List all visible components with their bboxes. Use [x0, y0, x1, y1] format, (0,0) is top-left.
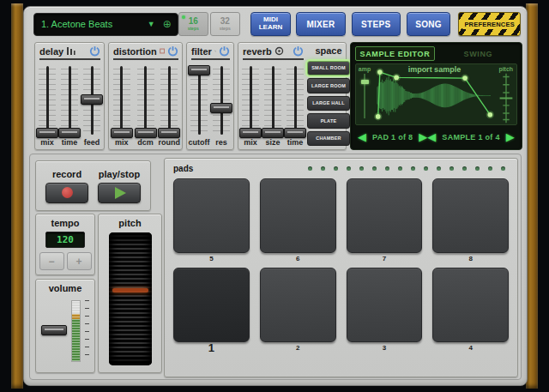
pad-6-number: 6 — [260, 253, 336, 264]
reverb-header: reverb — [243, 45, 304, 60]
preset-dropdown-icon[interactable]: ▼ — [148, 20, 163, 28]
pad-step-led — [308, 166, 312, 171]
slider-handle[interactable] — [210, 103, 232, 113]
steps-16-button[interactable]: 16 steps — [178, 12, 208, 36]
filter-power-icon[interactable] — [219, 45, 230, 57]
distortion-round-slider[interactable] — [158, 63, 180, 137]
import-sample-label[interactable]: import sample — [373, 65, 496, 74]
slider-label: mix — [40, 137, 54, 148]
pad-8[interactable] — [432, 178, 509, 253]
tempo-plus-button[interactable]: + — [67, 252, 92, 270]
amp-slider[interactable] — [361, 74, 369, 118]
midi-learn-button[interactable]: MIDI LEARN — [250, 12, 292, 36]
slider-handle[interactable] — [158, 128, 180, 138]
pad-1-number: 1 — [173, 342, 250, 353]
space-chamber-button[interactable]: CHAMBER — [307, 131, 350, 146]
pad-prev-icon[interactable]: ◀ — [358, 131, 366, 142]
steps-32-label: steps — [220, 27, 231, 31]
pitch-ruler[interactable] — [498, 72, 514, 124]
distortion-dcm-slider[interactable] — [135, 63, 157, 137]
steps-button[interactable]: STEPS — [352, 12, 401, 36]
slider-handle[interactable] — [135, 128, 157, 138]
pad-3-number: 3 — [347, 342, 423, 353]
space-large-room-button[interactable]: LARGE ROOM — [307, 78, 350, 93]
pad-7[interactable] — [347, 178, 423, 253]
pad-next-icon[interactable]: ▶ — [419, 131, 427, 142]
envelope-node[interactable] — [487, 112, 492, 118]
record-button[interactable] — [45, 183, 88, 203]
slider-handle[interactable] — [111, 128, 133, 138]
delay-mix-slider[interactable] — [36, 63, 58, 137]
slider-track — [168, 66, 171, 135]
space-plate-button[interactable]: PLATE — [307, 113, 350, 128]
slider-track — [198, 66, 201, 135]
slider-handle[interactable] — [41, 325, 67, 335]
space-large-hall-button[interactable]: LARGE HALL — [307, 96, 350, 111]
slider-handle[interactable] — [284, 128, 306, 138]
mixer-button[interactable]: MIXER — [296, 12, 345, 36]
slider-label: cutoff — [189, 137, 210, 148]
echo-bars-icon — [66, 46, 76, 56]
pad-4[interactable] — [432, 268, 509, 342]
filter-res-slider[interactable] — [210, 63, 232, 137]
pad-step-led — [385, 166, 389, 171]
slider-handle[interactable] — [81, 94, 103, 105]
distortion-title: distortion — [113, 46, 157, 57]
preferences-button[interactable]: PREFERENCES — [458, 12, 521, 36]
pad-2[interactable] — [260, 268, 336, 342]
envelope-node[interactable] — [376, 114, 381, 119]
slider-handle[interactable] — [58, 128, 81, 138]
pad-6[interactable] — [260, 178, 336, 253]
tempo-minus-button[interactable]: − — [39, 252, 64, 270]
reverb-power-icon[interactable] — [293, 45, 304, 57]
slider-handle[interactable] — [239, 128, 262, 138]
slider-handle[interactable] — [361, 80, 369, 84]
tab-swing[interactable]: SWING — [439, 46, 517, 61]
waveform-area[interactable]: import sample — [373, 64, 496, 124]
pad-cell: 3 — [347, 268, 423, 353]
pitch-wheel-indicator — [112, 288, 148, 292]
reverb-size-slider[interactable] — [262, 63, 284, 137]
reverb-sliders: mix size time — [238, 60, 307, 149]
steps-32-button[interactable]: 32 steps — [210, 12, 240, 36]
filter-cutoff-slider[interactable] — [188, 63, 210, 137]
pad-3[interactable] — [347, 268, 423, 342]
delay-panel: delay mix — [34, 42, 105, 150]
delay-feed-slider[interactable] — [81, 63, 103, 137]
step-led-row — [308, 166, 509, 171]
pitch-wheel[interactable] — [109, 232, 152, 365]
envelope-node[interactable] — [394, 75, 399, 81]
pad-5-number: 5 — [173, 253, 250, 264]
waveform-display[interactable]: amp import sample — [355, 63, 517, 125]
transport-panel: record play/stop — [35, 160, 151, 211]
preset-name: 1. Acetone Beats — [34, 19, 148, 29]
distortion-mix-slider[interactable] — [111, 63, 133, 137]
space-small-room-button[interactable]: SMALL ROOM — [307, 61, 350, 75]
delay-sliders: mix time feed — [35, 60, 104, 149]
sample-prev-icon[interactable]: ◀ — [427, 131, 436, 142]
delay-power-icon[interactable] — [89, 45, 100, 57]
steps-16-led — [182, 15, 185, 19]
song-button[interactable]: SONG — [407, 12, 450, 36]
preset-add-icon[interactable]: ⊕ — [163, 18, 178, 30]
pad-step-led — [437, 166, 441, 171]
sample-next-icon[interactable]: ▶ — [506, 131, 515, 142]
amp-control: amp — [356, 64, 373, 124]
envelope-node[interactable] — [462, 75, 468, 81]
delay-time-slider[interactable] — [58, 63, 81, 137]
pad-step-led — [475, 166, 480, 171]
slider-handle[interactable] — [262, 128, 284, 138]
volume-label: volume — [49, 283, 82, 293]
distortion-power-icon[interactable] — [167, 45, 178, 57]
vu-meter-scale — [85, 300, 89, 362]
slider-handle[interactable] — [188, 65, 210, 75]
pad-5[interactable] — [173, 178, 250, 253]
pad-1[interactable] — [173, 268, 250, 342]
reverb-time-slider[interactable] — [284, 63, 306, 137]
reverb-mix-slider[interactable] — [239, 63, 262, 137]
slider-handle[interactable] — [36, 128, 58, 138]
play-stop-button[interactable] — [98, 183, 141, 203]
tab-sample-editor[interactable]: SAMPLE EDITOR — [355, 46, 435, 61]
wood-rail-left — [11, 3, 23, 389]
preset-display[interactable]: 1. Acetone Beats ▼ ⊕ — [33, 13, 178, 36]
